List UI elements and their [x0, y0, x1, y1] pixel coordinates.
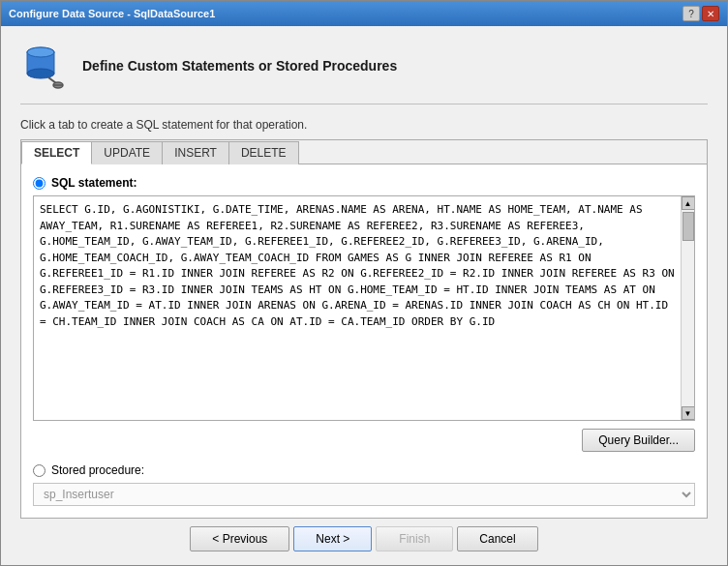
title-bar-left: Configure Data Source - SqlDataSource1: [9, 8, 215, 19]
stored-proc-radio-row: Stored procedure:: [33, 463, 695, 477]
finish-button[interactable]: Finish: [376, 526, 453, 551]
query-builder-button[interactable]: Query Builder...: [582, 429, 695, 452]
tab-update[interactable]: UPDATE: [91, 141, 163, 164]
help-button[interactable]: ?: [682, 6, 700, 21]
sql-statement-label: SQL statement:: [51, 176, 136, 190]
stored-procedure-section: Stored procedure: sp_Insertuser: [33, 463, 695, 506]
window-title: Configure Data Source - SqlDataSource1: [9, 8, 215, 19]
svg-point-3: [27, 47, 54, 57]
database-icon: [21, 41, 68, 91]
sql-textarea-wrapper: ▲ ▼: [33, 195, 695, 421]
configure-datasource-window: Configure Data Source - SqlDataSource1 ?…: [0, 0, 728, 566]
tab-select[interactable]: SELECT: [21, 141, 92, 164]
header-section: Define Custom Statements or Stored Proce…: [20, 42, 708, 104]
stored-proc-label: Stored procedure:: [51, 463, 144, 477]
tab-panel: SELECT UPDATE INSERT DELETE SQL statemen…: [20, 139, 708, 519]
query-builder-row: Query Builder...: [33, 429, 695, 452]
sql-textarea[interactable]: [34, 196, 681, 420]
sql-statement-radio[interactable]: [33, 177, 46, 190]
svg-point-2: [27, 69, 54, 78]
scrollbar-track: ▲ ▼: [681, 196, 694, 420]
tab-delete[interactable]: DELETE: [228, 141, 299, 164]
stored-proc-radio[interactable]: [33, 464, 46, 477]
main-content: Define Custom Statements or Stored Proce…: [1, 26, 727, 565]
footer-buttons: < Previous Next > Finish Cancel: [20, 519, 708, 555]
instruction-text: Click a tab to create a SQL statement fo…: [20, 118, 708, 132]
tab-insert[interactable]: INSERT: [162, 141, 229, 164]
header-icon: [20, 42, 69, 90]
next-button[interactable]: Next >: [293, 526, 372, 551]
sql-statement-row: SQL statement:: [33, 176, 695, 190]
stored-proc-dropdown[interactable]: sp_Insertuser: [33, 483, 695, 506]
scroll-down-btn[interactable]: ▼: [682, 406, 695, 420]
title-bar: Configure Data Source - SqlDataSource1 ?…: [1, 1, 727, 26]
cancel-button[interactable]: Cancel: [457, 526, 537, 551]
page-title: Define Custom Statements or Stored Proce…: [82, 58, 397, 74]
title-bar-controls: ? ✕: [682, 6, 719, 21]
scroll-up-btn[interactable]: ▲: [682, 196, 695, 210]
close-button[interactable]: ✕: [702, 6, 719, 21]
tab-bar: SELECT UPDATE INSERT DELETE: [21, 140, 707, 164]
previous-button[interactable]: < Previous: [190, 526, 289, 551]
tab-content-select: SQL statement: ▲ ▼ Query Builder...: [21, 164, 707, 518]
scroll-thumb[interactable]: [682, 212, 694, 241]
